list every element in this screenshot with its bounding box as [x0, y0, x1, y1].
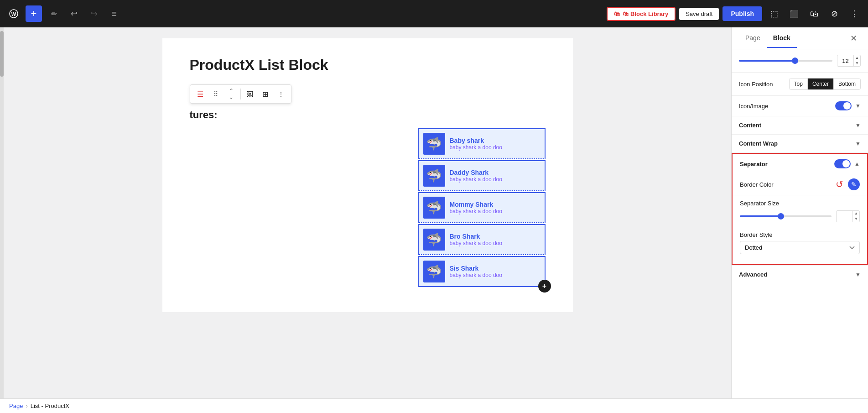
list-item-title: Mommy Shark	[450, 201, 540, 208]
color-buttons: ↺ ✎	[833, 178, 860, 190]
slider-value-display: 12 ▲ ▼	[837, 55, 861, 67]
breadcrumb-separator: ›	[26, 403, 27, 409]
advanced-chevron-icon: ▼	[855, 272, 861, 278]
slider-number: 12	[837, 56, 853, 66]
list-item[interactable]: 🦈 Sis Shark baby shark a doo doo +	[418, 256, 546, 287]
sep-slider-up[interactable]: ▲	[853, 211, 859, 216]
panel-close-button[interactable]: ✕	[846, 31, 861, 46]
separator-size-label: Separator Size	[740, 200, 860, 207]
save-draft-button[interactable]: Save draft	[679, 8, 719, 20]
more-options-button[interactable]: ⋮	[846, 5, 863, 22]
add-block-button[interactable]: +	[26, 5, 42, 22]
icon-position-label: Icon Position	[739, 81, 789, 88]
vertical-scrollbar[interactable]	[0, 27, 4, 398]
sep-slider-fill	[740, 215, 781, 217]
border-style-select[interactable]: DottedSolidDashedDouble	[740, 241, 860, 254]
icon-position-center[interactable]: Center	[808, 78, 834, 89]
sep-slider-down[interactable]: ▼	[853, 216, 859, 222]
icon-image-label: Icon/Image	[739, 103, 835, 110]
content-label: Content	[739, 122, 855, 129]
menu-button[interactable]: ≡	[106, 5, 122, 22]
breadcrumb-current: List - ProductX	[31, 403, 69, 409]
slider-track[interactable]	[739, 60, 832, 62]
icon-position-bottom[interactable]: Bottom	[834, 78, 860, 89]
sep-slider-value: ▲ ▼	[836, 210, 860, 222]
sep-slider-arrows: ▲ ▼	[852, 211, 859, 222]
icon-image-toggle[interactable]	[835, 101, 852, 110]
list-item[interactable]: 🦈 Baby shark baby shark a doo doo	[418, 128, 546, 159]
icon-image-chevron[interactable]: ▼	[855, 103, 861, 109]
move-button[interactable]: ⌃⌄	[224, 87, 239, 101]
slider-up-button[interactable]: ▲	[854, 55, 860, 61]
main-toolbar: W + ✏ ↩ ↪ ≡ 🛍 🛍 Block Library Save draft…	[0, 0, 868, 27]
block-library-button[interactable]: 🛍 🛍 Block Library	[607, 7, 676, 21]
list-item-subtitle: baby shark a doo doo	[450, 272, 540, 278]
add-list-item-button[interactable]: +	[538, 280, 551, 293]
list-item-text: Sis Shark baby shark a doo doo	[450, 265, 540, 278]
content-section-header[interactable]: Content ▼	[732, 116, 868, 135]
edit-icon[interactable]: ✏	[46, 5, 62, 22]
image-button[interactable]: 🖼	[243, 87, 257, 101]
icon-position-top[interactable]: Top	[790, 78, 808, 89]
wp-logo-icon[interactable]: W	[5, 5, 22, 22]
border-style-label: Border Style	[740, 231, 860, 238]
list-item[interactable]: 🦈 Bro Shark baby shark a doo doo	[418, 224, 546, 255]
drag-handle-button[interactable]: ⠿	[208, 87, 223, 101]
list-view-button[interactable]: ☰	[193, 87, 208, 101]
list-item-icon: 🦈	[423, 229, 445, 251]
tab-page[interactable]: Page	[739, 29, 767, 48]
block-library-icon: 🛍	[614, 10, 620, 17]
separator-label: Separator	[740, 161, 834, 167]
content-wrap-section-header[interactable]: Content Wrap ▼	[732, 135, 868, 153]
color-reset-button[interactable]: ↺	[833, 178, 845, 190]
separator-size-row: Separator Size ▲ ▼	[733, 195, 867, 227]
content-wrap-label: Content Wrap	[739, 140, 855, 147]
content-wrap-chevron-icon: ▼	[855, 141, 861, 147]
list-item-subtitle: baby shark a doo doo	[450, 208, 540, 214]
breadcrumb: Page › List - ProductX	[0, 398, 868, 413]
more-block-options[interactable]: ⋮	[274, 87, 288, 101]
publish-button[interactable]: Publish	[722, 6, 762, 21]
separator-toggle[interactable]	[834, 159, 851, 168]
list-item-subtitle: baby shark a doo doo	[450, 144, 540, 151]
scrollbar-thumb[interactable]	[0, 31, 4, 77]
list-item-title: Baby shark	[450, 137, 540, 144]
border-color-row: Border Color ↺ ✎	[733, 174, 867, 195]
table-button[interactable]: ⊞	[258, 87, 273, 101]
slider-down-button[interactable]: ▼	[854, 61, 860, 66]
redo-button[interactable]: ↪	[86, 5, 102, 22]
view-button[interactable]: ⬚	[766, 5, 782, 22]
bag-icon-button[interactable]: 🛍	[806, 5, 822, 22]
list-item[interactable]: 🦈 Mommy Shark baby shark a doo doo	[418, 192, 546, 223]
list-item-subtitle: baby shark a doo doo	[450, 240, 540, 246]
panel-header: Page Block ✕	[732, 27, 868, 49]
main-layout: ProductX List Block ☰ ⠿ ⌃⌄ 🖼 ⊞ ⋮ tures:	[0, 27, 868, 398]
content-chevron-icon: ▼	[855, 122, 861, 129]
color-pick-button[interactable]: ✎	[848, 178, 860, 190]
list-item-icon: 🦈	[423, 261, 445, 282]
sep-slider-track[interactable]	[740, 215, 832, 217]
list-item-text: Daddy Shark baby shark a doo doo	[450, 169, 540, 183]
icon-image-controls: ▼	[835, 101, 861, 110]
circle-icon-button[interactable]: ⊘	[826, 5, 842, 22]
separator-chevron-icon[interactable]: ▲	[854, 161, 860, 167]
icon-position-btn-group: Top Center Bottom	[789, 78, 861, 90]
separator-section-header[interactable]: Separator ▲	[733, 154, 867, 174]
advanced-section[interactable]: Advanced ▼	[732, 265, 868, 283]
list-item-subtitle: baby shark a doo doo	[450, 176, 540, 183]
sep-slider-thumb[interactable]	[778, 213, 784, 220]
right-panel: Page Block ✕ 12 ▲ ▼ Icon Position Top	[731, 27, 868, 398]
list-item-icon: 🦈	[423, 133, 445, 155]
block-view-button[interactable]: ⬛	[786, 5, 802, 22]
separator-body: Border Color ↺ ✎ Separator Size	[733, 174, 867, 264]
icon-image-row: Icon/Image ▼	[732, 96, 868, 116]
list-item-text: Bro Shark baby shark a doo doo	[450, 233, 540, 246]
icon-position-row: Icon Position Top Center Bottom	[732, 73, 868, 96]
slider-thumb[interactable]	[792, 58, 798, 64]
border-color-label: Border Color	[740, 181, 833, 188]
list-item[interactable]: 🦈 Daddy Shark baby shark a doo doo	[418, 160, 546, 191]
editor-scroll-container: ProductX List Block ☰ ⠿ ⌃⌄ 🖼 ⊞ ⋮ tures:	[0, 27, 731, 398]
breadcrumb-page[interactable]: Page	[9, 403, 23, 409]
undo-button[interactable]: ↩	[66, 5, 82, 22]
tab-block[interactable]: Block	[767, 29, 797, 48]
